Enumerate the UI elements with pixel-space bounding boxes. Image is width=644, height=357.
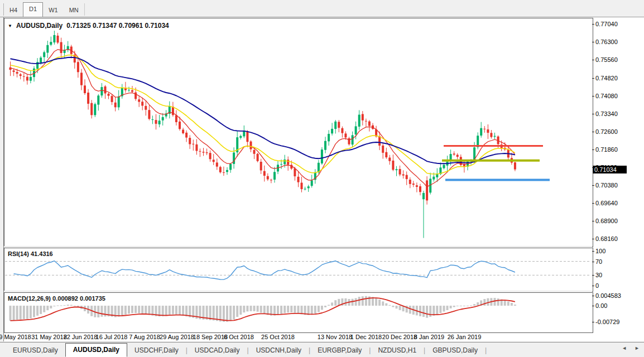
price-axis-label: 0.68160 bbox=[595, 235, 618, 242]
axis-tick bbox=[592, 132, 594, 132]
price-axis-label: 0.73340 bbox=[595, 110, 618, 117]
axis-tick bbox=[592, 251, 594, 252]
price-chart-pane[interactable] bbox=[4, 18, 593, 247]
chart-tab-usdchf-daily[interactable]: USDCHF,Daily bbox=[127, 344, 186, 356]
date-axis-label: 22 Jun 2018 bbox=[64, 334, 98, 340]
current-price-tag: 0.71034 bbox=[593, 166, 627, 173]
period-tab-d1[interactable]: D1 bbox=[23, 2, 43, 17]
period-tab-clipped[interactable] bbox=[0, 3, 4, 16]
date-axis-label: 31 May 2018 bbox=[31, 334, 67, 340]
chart-symbol-period: AUDUSD,Daily bbox=[16, 22, 63, 30]
axis-tick bbox=[592, 286, 594, 286]
macd-label: MACD(12,26,9) 0.000892 0.001735 bbox=[8, 295, 105, 302]
scroll-tabs-left-icon[interactable]: ◄ bbox=[622, 345, 627, 351]
pane-splitter[interactable] bbox=[4, 291, 592, 292]
rsi-axis-label: 70 bbox=[595, 258, 602, 265]
axis-tick bbox=[592, 262, 594, 262]
period-tab-w1[interactable]: W1 bbox=[43, 4, 64, 17]
price-axis-label: 0.74820 bbox=[595, 75, 618, 81]
chart-tab-usdcnh-daily[interactable]: USDCNH,Daily bbox=[249, 344, 309, 356]
axis-tick bbox=[592, 78, 594, 79]
price-axis-label: 0.70380 bbox=[595, 182, 618, 189]
chart-ohlc-quotes: 0.71325 0.71347 0.70961 0.71034 bbox=[66, 22, 169, 30]
axis-tick bbox=[592, 185, 594, 186]
rsi-chart bbox=[4, 248, 592, 290]
price-axis-label: 0.69640 bbox=[595, 200, 618, 206]
price-axis-label: 0.72600 bbox=[595, 128, 618, 135]
period-tab-h4[interactable]: H4 bbox=[4, 4, 23, 17]
axis-tick bbox=[592, 149, 594, 150]
date-axis-label: 25 Oct 2018 bbox=[261, 334, 295, 340]
pane-splitter[interactable] bbox=[4, 246, 592, 247]
chart-title: ▼ AUDUSD,Daily 0.71325 0.71347 0.70961 0… bbox=[8, 22, 169, 30]
chart-tab-eurusd-daily[interactable]: EURUSD,Daily bbox=[6, 344, 65, 356]
price-axis-label: 0.76300 bbox=[595, 38, 618, 45]
rsi-axis-label: 0 bbox=[595, 282, 599, 289]
candlestick-chart[interactable] bbox=[4, 18, 592, 245]
date-axis-label: 29 Aug 2018 bbox=[160, 334, 194, 340]
rsi-label: RSI(14) 41.4316 bbox=[8, 250, 53, 257]
price-axis-label: 0.74080 bbox=[595, 93, 618, 99]
tab-scrollers: ◄ ► bbox=[622, 345, 640, 351]
chart-tab-bar: EURUSD,DailyAUDUSD,DailyUSDCHF,Daily|USD… bbox=[0, 342, 644, 357]
axis-tick bbox=[592, 42, 594, 42]
axis-tick bbox=[592, 239, 594, 239]
toolbar-separator bbox=[84, 3, 85, 16]
axis-tick bbox=[592, 221, 594, 221]
price-axis-label: 0.75560 bbox=[595, 56, 618, 63]
scroll-tabs-right-icon[interactable]: ► bbox=[635, 345, 640, 351]
axis-tick bbox=[592, 306, 594, 306]
chart-tab-usdcad-daily[interactable]: USDCAD,Daily bbox=[188, 344, 247, 356]
date-axis-label: 8 Jan 2019 bbox=[414, 334, 444, 340]
rsi-indicator-pane[interactable] bbox=[4, 248, 593, 292]
date-axis-label: 9 May 2018 bbox=[0, 334, 31, 340]
axis-tick bbox=[592, 203, 594, 204]
tab-separator: | bbox=[485, 346, 487, 354]
date-axis-label: 7 Aug 2018 bbox=[129, 334, 160, 340]
price-axis-label: 0.71860 bbox=[595, 146, 618, 153]
chart-tab-audusd-daily[interactable]: AUDUSD,Daily bbox=[65, 343, 127, 357]
macd-axis-label: 0.004583 bbox=[595, 292, 621, 299]
date-axis-label: 6 Oct 2018 bbox=[224, 334, 254, 340]
axis-tick bbox=[592, 275, 594, 276]
macd-axis-label: 0.00 bbox=[595, 302, 607, 309]
date-axis-label: 1 Dec 2018 bbox=[350, 334, 382, 340]
rsi-axis-label: 100 bbox=[595, 248, 605, 254]
date-axis-label: 16 Jul 2018 bbox=[96, 334, 128, 340]
chart-tab-gbpusd-daily[interactable]: GBPUSD,Daily bbox=[425, 344, 485, 356]
period-tab-mn[interactable]: MN bbox=[64, 4, 84, 17]
chart-dropdown-icon[interactable]: ▼ bbox=[8, 23, 12, 28]
macd-axis-label: -0.00729 bbox=[595, 319, 619, 325]
axis-tick bbox=[592, 24, 594, 25]
price-axis-label: 0.68900 bbox=[595, 218, 618, 224]
chart-tab-eurgbp-daily[interactable]: EURGBP,Daily bbox=[310, 344, 369, 356]
mt4-terminal: H4D1W1MN ▼ AUDUSD,Daily 0.71325 0.71347 … bbox=[0, 0, 644, 357]
axis-tick bbox=[592, 322, 594, 322]
date-axis-label: 18 Sep 2018 bbox=[193, 334, 228, 340]
price-axis-label: 0.77040 bbox=[595, 21, 618, 27]
date-axis-label: 20 Dec 2018 bbox=[382, 334, 417, 340]
axis-tick bbox=[592, 114, 594, 114]
chart-tab-nzdusd-h1[interactable]: NZDUSD,H1 bbox=[371, 344, 424, 356]
date-axis-label: 26 Jan 2019 bbox=[448, 334, 482, 340]
axis-tick bbox=[592, 60, 594, 60]
date-axis-label: 13 Nov 2018 bbox=[318, 334, 352, 340]
axis-tick bbox=[592, 296, 594, 296]
axis-tick bbox=[592, 96, 594, 97]
rsi-axis-label: 30 bbox=[595, 272, 602, 278]
period-toolbar: H4D1W1MN bbox=[0, 0, 644, 17]
